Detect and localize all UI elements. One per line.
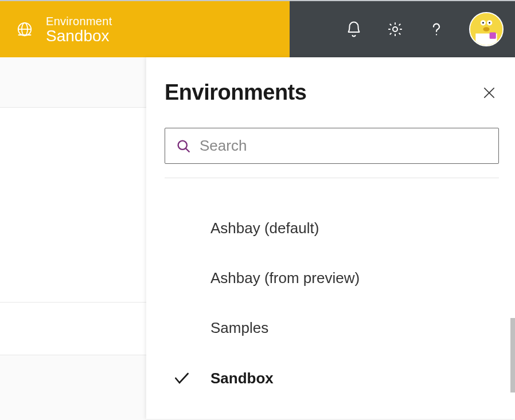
left-strip-top bbox=[0, 57, 146, 108]
environment-item-check bbox=[165, 369, 199, 387]
scrollbar[interactable] bbox=[510, 318, 515, 392]
environment-item-label: Ashbay (default) bbox=[210, 219, 319, 237]
content-area: Environments Ashbay (default) bbox=[0, 57, 515, 419]
top-bar: Environment Sandbox bbox=[0, 0, 515, 57]
svg-point-16 bbox=[178, 140, 187, 149]
globe-icon bbox=[16, 21, 33, 38]
close-button[interactable] bbox=[479, 83, 499, 103]
svg-line-17 bbox=[186, 148, 189, 152]
environment-item-label: Ashbay (from preview) bbox=[210, 269, 360, 287]
environment-item-selected[interactable]: Sandbox bbox=[165, 353, 499, 403]
search-box[interactable] bbox=[165, 128, 499, 164]
environment-selector[interactable]: Environment Sandbox bbox=[0, 1, 290, 57]
environments-panel: Environments Ashbay (default) bbox=[146, 57, 515, 419]
svg-rect-13 bbox=[490, 33, 496, 39]
avatar[interactable] bbox=[469, 12, 504, 46]
panel-header: Environments bbox=[165, 80, 499, 105]
left-pane bbox=[0, 57, 146, 419]
divider bbox=[165, 178, 499, 178]
environment-item[interactable]: Ashbay (from preview) bbox=[165, 253, 499, 303]
search-input[interactable] bbox=[200, 137, 488, 155]
environment-labels: Environment Sandbox bbox=[46, 14, 112, 45]
close-icon bbox=[482, 85, 497, 100]
bell-icon[interactable] bbox=[345, 21, 362, 38]
left-strip-bottom bbox=[0, 303, 146, 355]
left-card bbox=[0, 108, 146, 303]
svg-point-4 bbox=[436, 34, 437, 35]
panel-title: Environments bbox=[165, 80, 306, 105]
svg-point-10 bbox=[489, 22, 490, 23]
environment-item-label: Samples bbox=[210, 319, 268, 337]
environment-item[interactable]: Ashbay (default) bbox=[165, 203, 499, 253]
topbar-actions bbox=[290, 1, 515, 57]
help-icon[interactable] bbox=[428, 21, 445, 38]
check-icon bbox=[173, 369, 191, 387]
svg-point-3 bbox=[393, 27, 397, 32]
environment-item[interactable]: Samples bbox=[165, 303, 499, 353]
environment-item-label: Sandbox bbox=[210, 370, 274, 387]
environment-name: Sandbox bbox=[46, 27, 112, 45]
search-icon bbox=[175, 138, 192, 154]
environment-list: Ashbay (default) Ashbay (from preview) S… bbox=[165, 203, 499, 403]
gear-icon[interactable] bbox=[387, 21, 404, 38]
svg-point-11 bbox=[483, 27, 489, 31]
svg-point-9 bbox=[482, 22, 484, 23]
environment-label: Environment bbox=[46, 15, 112, 28]
